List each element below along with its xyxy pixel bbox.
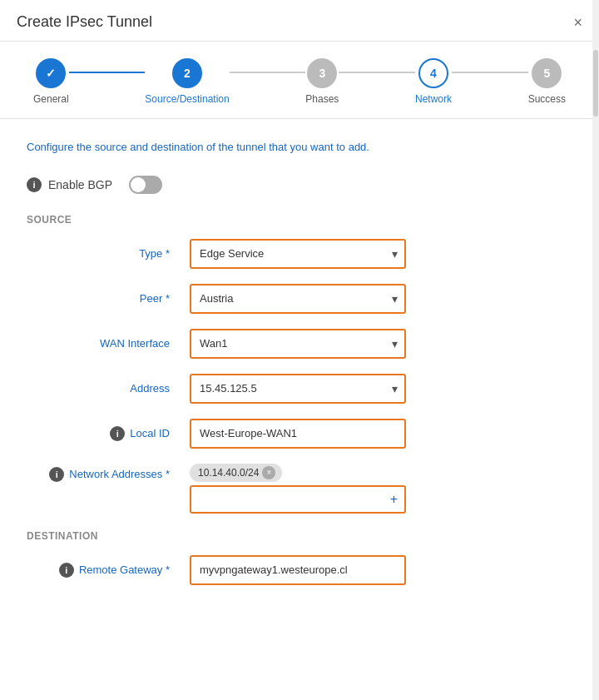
step-phases[interactable]: 3 Phases [305, 58, 339, 105]
remote-gateway-info-icon: i [59, 563, 74, 578]
type-row: Type * Edge Service [27, 239, 572, 269]
description-text: Configure the source and destination of … [27, 139, 572, 156]
enable-bgp-toggle[interactable] [129, 176, 162, 194]
step-source-destination[interactable]: 2 Source/Destination [145, 58, 229, 105]
wan-interface-label: WAN Interface [27, 337, 176, 350]
destination-section: DESTINATION i Remote Gateway * [27, 530, 572, 585]
type-select-wrapper: Edge Service [190, 239, 406, 269]
network-addresses-info-icon: i [49, 467, 64, 482]
step-network[interactable]: 4 Network [415, 58, 452, 105]
address-label: Address [27, 382, 176, 395]
add-network-button[interactable]: + [390, 493, 398, 506]
close-button[interactable]: × [573, 15, 582, 30]
tags-row: 10.14.40.0/24 × [190, 464, 406, 482]
remote-gateway-label: Remote Gateway * [79, 563, 170, 576]
network-addresses-row: i Network Addresses * 10.14.40.0/24 × + [27, 464, 572, 514]
step-general[interactable]: ✓ General [33, 58, 69, 105]
peer-row: Peer * Austria [27, 284, 572, 314]
modal-content: Configure the source and destination of … [0, 119, 599, 700]
local-id-info-icon: i [110, 426, 125, 441]
peer-select-wrapper: Austria [190, 284, 406, 314]
step-label-general: General [33, 93, 69, 105]
modal-header: Create IPsec Tunnel × [0, 0, 599, 42]
step-label-source: Source/Destination [145, 93, 229, 105]
tag-input-box[interactable]: + [190, 485, 406, 514]
enable-bgp-info-icon: i [27, 177, 42, 192]
step-connector-3 [339, 72, 415, 73]
modal-title: Create IPsec Tunnel [17, 13, 152, 31]
destination-section-title: DESTINATION [27, 530, 572, 542]
type-select[interactable]: Edge Service [190, 239, 406, 269]
remote-gateway-row: i Remote Gateway * [27, 555, 572, 585]
scrollbar-thumb [593, 50, 598, 117]
tag-value: 10.14.40.0/24 [198, 467, 259, 479]
wan-interface-select[interactable]: Wan1 [190, 329, 406, 359]
address-select[interactable]: 15.45.125.5 [190, 374, 406, 404]
peer-label: Peer * [27, 292, 176, 305]
address-row: Address 15.45.125.5 [27, 374, 572, 404]
step-connector-2 [230, 72, 306, 73]
local-id-input[interactable] [190, 419, 406, 449]
step-circle-network: 4 [418, 58, 448, 88]
scrollbar[interactable] [592, 0, 599, 700]
step-label-success: Success [528, 93, 566, 105]
network-addresses-label: Network Addresses * [69, 468, 170, 480]
source-section-title: SOURCE [27, 214, 572, 226]
local-id-row: i Local ID [27, 419, 572, 449]
local-id-label: Local ID [130, 427, 170, 439]
wan-interface-row: WAN Interface Wan1 [27, 329, 572, 359]
step-circle-success: 5 [532, 58, 562, 88]
type-label: Type * [27, 247, 176, 260]
step-circle-phases: 3 [307, 58, 337, 88]
peer-select[interactable]: Austria [190, 284, 406, 314]
step-label-network: Network [415, 93, 452, 105]
wizard-steps: ✓ General 2 Source/Destination 3 Phases … [0, 42, 599, 119]
tag-remove-button[interactable]: × [262, 466, 275, 479]
network-addresses-area: 10.14.40.0/24 × + [190, 464, 406, 514]
wan-interface-select-wrapper: Wan1 [190, 329, 406, 359]
step-connector-4 [452, 72, 528, 73]
network-tag-1: 10.14.40.0/24 × [190, 464, 282, 482]
step-circle-general: ✓ [36, 58, 66, 88]
enable-bgp-label: Enable BGP [48, 178, 112, 191]
step-connector-1 [69, 72, 146, 73]
address-select-wrapper: 15.45.125.5 [190, 374, 406, 404]
remote-gateway-input[interactable] [190, 555, 406, 585]
create-ipsec-tunnel-modal: Create IPsec Tunnel × ✓ General 2 Source… [0, 0, 599, 700]
enable-bgp-row: i Enable BGP [27, 176, 572, 194]
step-success[interactable]: 5 Success [528, 58, 566, 105]
step-circle-source: 2 [172, 58, 202, 88]
step-label-phases: Phases [305, 93, 339, 105]
